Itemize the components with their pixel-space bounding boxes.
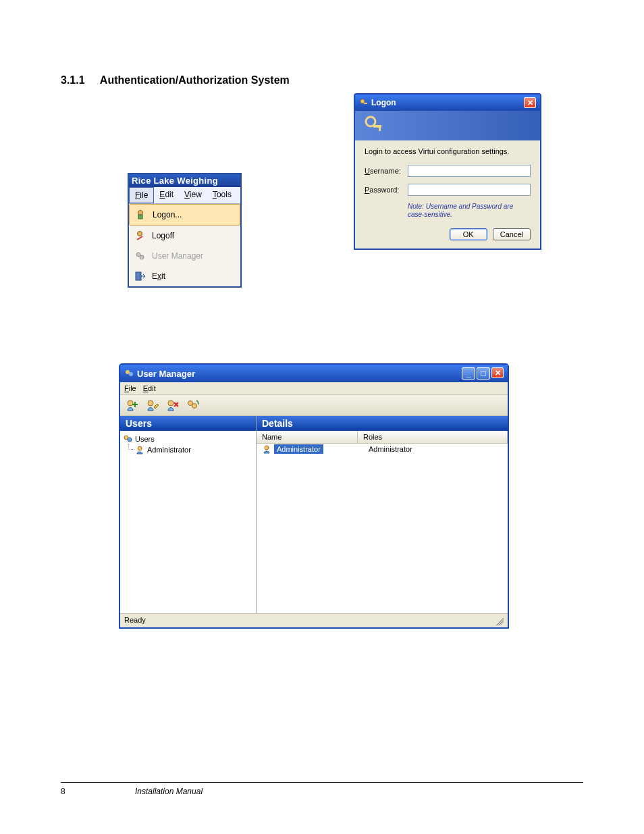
user-icon: [262, 444, 271, 454]
menuitem-label: Exit: [152, 271, 236, 281]
logon-note: Note: Username and Password are case-sen…: [365, 203, 531, 219]
logon-dialog: Logon ✕ Login to access Virtui configura…: [354, 93, 541, 250]
delete-user-button[interactable]: [165, 398, 180, 413]
minimize-button[interactable]: _: [462, 367, 475, 380]
section-title: Authentication/Authorization System: [100, 74, 290, 86]
um-menu-edit[interactable]: Edit: [143, 384, 156, 392]
exit-door-icon: [133, 269, 146, 283]
svg-rect-9: [373, 125, 381, 128]
tree-node-administrator[interactable]: Administrator: [123, 444, 253, 455]
username-input[interactable]: [408, 165, 531, 177]
logon-banner: [355, 111, 540, 140]
col-roles[interactable]: Roles: [358, 431, 508, 443]
svg-point-8: [366, 117, 375, 126]
app-menubar: File Edit View Tools: [129, 187, 240, 204]
menuitem-logoff[interactable]: Logoff: [129, 226, 240, 246]
edit-user-button[interactable]: [144, 398, 159, 413]
svg-point-4: [140, 255, 144, 259]
tree-node-label: Users: [135, 435, 155, 443]
user-key-icon: [134, 208, 147, 221]
refresh-users-button[interactable]: [185, 398, 200, 413]
um-titlebar: User Manager _ □ ✕: [120, 365, 508, 382]
svg-point-17: [192, 404, 197, 409]
page-footer: 8 Installation Manual: [61, 782, 583, 796]
username-label: Username:: [365, 167, 408, 175]
um-title-text: User Manager: [137, 369, 195, 379]
um-statusbar: Ready: [120, 613, 508, 627]
status-text: Ready: [124, 616, 146, 625]
users-pane-header: Users: [120, 416, 256, 431]
logon-title-text: Logon: [371, 98, 396, 107]
tree-node-label: Administrator: [147, 446, 191, 454]
svg-rect-1: [138, 215, 142, 219]
users-gear-icon: [133, 249, 146, 263]
filemenu-window: Rice Lake Weighing File Edit View Tools …: [128, 173, 242, 288]
ok-button[interactable]: OK: [450, 228, 487, 240]
add-user-button[interactable]: [124, 398, 139, 413]
password-input[interactable]: [408, 184, 531, 196]
tree-root-users[interactable]: Users: [123, 434, 253, 444]
section-number: 3.1.1: [61, 74, 97, 86]
menubar-file[interactable]: File: [129, 187, 154, 203]
row-roles: Administrator: [363, 444, 418, 454]
details-pane-header: Details: [257, 416, 508, 431]
close-button[interactable]: ✕: [524, 97, 536, 108]
users-group-icon: [123, 434, 132, 444]
user-manager-window: User Manager _ □ ✕ File Edit: [119, 363, 509, 629]
menubar-view[interactable]: View: [179, 187, 207, 203]
section-heading: 3.1.1 Authentication/Authorization Syste…: [61, 74, 583, 86]
keys-large-icon: [362, 114, 385, 137]
keys-icon: [359, 98, 369, 107]
menuitem-user-manager: User Manager: [129, 246, 240, 266]
svg-point-15: [168, 400, 173, 406]
users-tree: Users Administrator: [120, 431, 256, 458]
menuitem-label: Logoff: [152, 231, 236, 240]
svg-point-2: [138, 232, 142, 236]
resize-grip-icon[interactable]: [494, 616, 504, 625]
svg-point-21: [265, 446, 269, 450]
um-menu-file[interactable]: File: [124, 384, 136, 392]
app-titlebar: Rice Lake Weighing: [129, 174, 240, 187]
svg-rect-5: [136, 272, 141, 280]
menuitem-label: Logon...: [153, 210, 236, 219]
svg-point-19: [128, 438, 132, 442]
details-row[interactable]: Administrator Administrator: [257, 444, 508, 454]
menuitem-exit[interactable]: Exit: [129, 266, 240, 286]
logon-instruction: Login to access Virtui configuration set…: [365, 147, 531, 155]
um-menubar: File Edit: [120, 382, 508, 395]
logon-titlebar: Logon ✕: [355, 95, 540, 111]
users-icon: [124, 369, 134, 378]
svg-point-14: [148, 400, 153, 406]
user-off-icon: [133, 229, 146, 242]
svg-rect-10: [379, 128, 381, 131]
svg-point-13: [128, 400, 133, 406]
svg-point-12: [129, 372, 133, 376]
password-label: Password:: [365, 186, 408, 194]
page-number: 8: [61, 787, 135, 796]
details-column-headers: Name Roles: [257, 431, 508, 444]
svg-rect-7: [364, 103, 367, 104]
cancel-button[interactable]: Cancel: [493, 228, 531, 240]
menuitem-logon[interactable]: Logon...: [129, 204, 240, 226]
svg-point-20: [138, 446, 142, 450]
um-toolbar: [120, 395, 508, 416]
menubar-tools[interactable]: Tools: [207, 187, 237, 203]
col-name[interactable]: Name: [257, 431, 358, 443]
menubar-edit[interactable]: Edit: [154, 187, 179, 203]
menuitem-label: User Manager: [152, 251, 236, 261]
close-button[interactable]: ✕: [491, 367, 504, 378]
maximize-button[interactable]: □: [477, 367, 490, 380]
row-name: Administrator: [274, 444, 323, 454]
svg-point-0: [138, 211, 143, 215]
svg-point-11: [126, 370, 130, 374]
user-icon: [135, 445, 144, 454]
manual-name: Installation Manual: [135, 787, 203, 796]
